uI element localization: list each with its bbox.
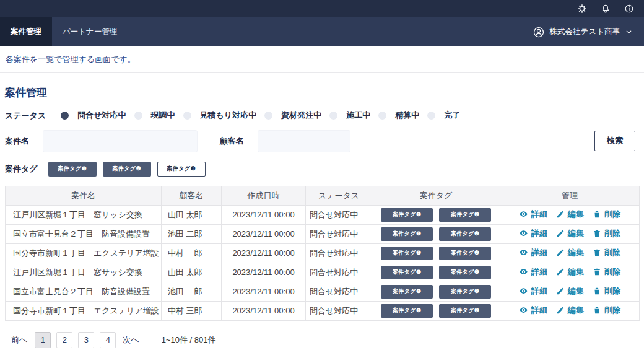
account-name: 株式会社テスト商事: [550, 27, 620, 37]
detail-link[interactable]: 詳細: [519, 228, 547, 239]
pagination-page-4[interactable]: 4: [100, 332, 116, 348]
detail-link[interactable]: 詳細: [519, 247, 547, 258]
eye-icon: [519, 305, 528, 315]
detail-label: 詳細: [531, 247, 547, 258]
search-button[interactable]: 検索: [594, 131, 635, 151]
edit-link[interactable]: 編集: [556, 228, 584, 239]
table-row: 国分寺市新町１丁目 エクステリア増設中村 三郎2023/12/11 00:00問…: [6, 301, 640, 320]
trash-icon: [593, 268, 601, 276]
main-nav: 案件管理 パートナー管理 株式会社テスト商事: [0, 17, 644, 46]
pagination-page-3[interactable]: 3: [78, 332, 94, 348]
status-radio-5[interactable]: 精算中: [378, 110, 419, 121]
detail-label: 詳細: [531, 209, 547, 220]
topbar: [0, 0, 644, 17]
gear-icon[interactable]: [577, 4, 587, 14]
case-tag-chip: 案件タグ❷: [439, 208, 491, 222]
delete-label: 削除: [604, 286, 620, 297]
table-row: 江戸川区新堀１丁目 窓サッシ交換山田 太郎2023/12/11 00:00問合せ…: [6, 205, 640, 224]
status-radio-1[interactable]: 現調中: [134, 110, 175, 121]
edit-link[interactable]: 編集: [556, 266, 584, 278]
table-row: 国立市富士見台２丁目 防音設備設置池田 二郎2023/12/11 00:00問合…: [6, 282, 640, 301]
status-radio-label: 問合せ対応中: [77, 110, 126, 121]
status-cell: 問合せ対応中: [306, 205, 372, 224]
edit-label: 編集: [568, 228, 584, 239]
case-tags-cell: 案件タグ❶案件タグ❷: [372, 224, 500, 243]
status-cell: 問合せ対応中: [306, 243, 372, 263]
person-circle-icon: [533, 26, 545, 38]
trash-icon: [593, 287, 601, 295]
case-tag-chip: 案件タグ❷: [439, 227, 491, 241]
status-cell: 問合せ対応中: [306, 282, 372, 301]
status-radio-0[interactable]: 問合せ対応中: [61, 110, 126, 121]
delete-label: 削除: [604, 247, 620, 258]
pagination-pages: 1234: [35, 332, 121, 348]
table-row: 国立市富士見台２丁目 防音設備設置池田 二郎2023/12/11 00:00問合…: [6, 224, 640, 243]
case-tag-chip: 案件タグ❶: [381, 227, 433, 241]
radio-icon: [134, 112, 142, 120]
delete-link[interactable]: 削除: [593, 286, 620, 297]
case-tag-chip: 案件タグ❷: [439, 247, 491, 260]
bell-icon[interactable]: [601, 4, 611, 14]
edit-link[interactable]: 編集: [556, 247, 584, 258]
eye-icon: [519, 209, 528, 219]
pagination-next[interactable]: 次へ: [123, 335, 139, 346]
manage-cell: 詳細編集削除: [500, 224, 640, 243]
radio-icon: [183, 112, 191, 120]
main-content: 案件管理 ステータス 問合せ対応中現調中見積もり対応中資材発注中施工中精算中完了…: [0, 85, 644, 348]
case-name-cell: 江戸川区新堀１丁目 窓サッシ交換: [6, 263, 162, 282]
status-radio-label: 現調中: [151, 110, 175, 121]
pagination-page-2[interactable]: 2: [56, 332, 72, 348]
tab-partner-management[interactable]: パートナー管理: [52, 17, 128, 46]
created-at-cell: 2023/12/11 00:00: [222, 205, 306, 224]
manage-cell: 詳細編集削除: [500, 205, 640, 224]
column-header-5: 管理: [500, 186, 640, 205]
edit-link[interactable]: 編集: [556, 305, 584, 316]
delete-link[interactable]: 削除: [593, 305, 620, 316]
case-tags-cell: 案件タグ❶案件タグ❷: [372, 263, 500, 282]
status-filter-row: ステータス 問合せ対応中現調中見積もり対応中資材発注中施工中精算中完了: [5, 110, 635, 122]
delete-link[interactable]: 削除: [593, 266, 620, 278]
delete-link[interactable]: 削除: [593, 209, 620, 220]
case-name-cell: 国立市富士見台２丁目 防音設備設置: [6, 224, 162, 243]
detail-link[interactable]: 詳細: [519, 305, 547, 316]
pencil-icon: [556, 306, 565, 315]
case-table: 案件名顧客名作成日時ステータス案件タグ管理 江戸川区新堀１丁目 窓サッシ交換山田…: [5, 186, 640, 321]
nav-tabs: 案件管理 パートナー管理: [0, 17, 128, 46]
edit-link[interactable]: 編集: [556, 209, 584, 220]
status-cell: 問合せ対応中: [306, 301, 372, 320]
delete-link[interactable]: 削除: [593, 247, 620, 258]
pagination: 前へ 1234 次へ 1~10件 / 801件: [5, 332, 635, 348]
delete-label: 削除: [604, 305, 620, 316]
customer-name-input[interactable]: [258, 130, 350, 152]
detail-link[interactable]: 詳細: [519, 266, 547, 278]
status-radio-6[interactable]: 完了: [427, 110, 460, 121]
eye-icon: [519, 229, 528, 238]
account-menu[interactable]: 株式会社テスト商事: [533, 17, 644, 46]
detail-link[interactable]: 詳細: [519, 209, 547, 220]
status-radio-3[interactable]: 資材発注中: [264, 110, 321, 121]
edit-label: 編集: [568, 247, 584, 258]
pencil-icon: [556, 268, 565, 276]
pagination-summary: 1~10件 / 801件: [162, 335, 216, 346]
edit-link[interactable]: 編集: [556, 286, 584, 297]
info-icon[interactable]: [624, 4, 634, 14]
radio-icon: [378, 112, 386, 120]
pagination-page-1[interactable]: 1: [35, 332, 51, 348]
detail-link[interactable]: 詳細: [519, 286, 547, 297]
delete-label: 削除: [604, 266, 620, 278]
pagination-prev[interactable]: 前へ: [11, 335, 27, 346]
status-filter-label: ステータス: [5, 110, 46, 121]
delete-label: 削除: [604, 228, 620, 239]
case-name-input[interactable]: [43, 130, 198, 152]
delete-link[interactable]: 削除: [593, 228, 620, 239]
manage-cell: 詳細編集削除: [500, 263, 640, 282]
status-radio-4[interactable]: 施工中: [329, 110, 370, 121]
status-cell: 問合せ対応中: [306, 224, 372, 243]
tab-case-management[interactable]: 案件管理: [0, 17, 52, 46]
created-at-cell: 2023/12/11 00:00: [222, 301, 306, 320]
case-tag-filter-2[interactable]: 案件タグ❷: [103, 162, 151, 177]
table-header-row: 案件名顧客名作成日時ステータス案件タグ管理: [6, 186, 640, 205]
status-radio-2[interactable]: 見積もり対応中: [183, 110, 257, 121]
case-tag-filter-3[interactable]: 案件タグ❸: [157, 162, 206, 177]
case-tag-filter-1[interactable]: 案件タグ❶: [48, 162, 97, 177]
